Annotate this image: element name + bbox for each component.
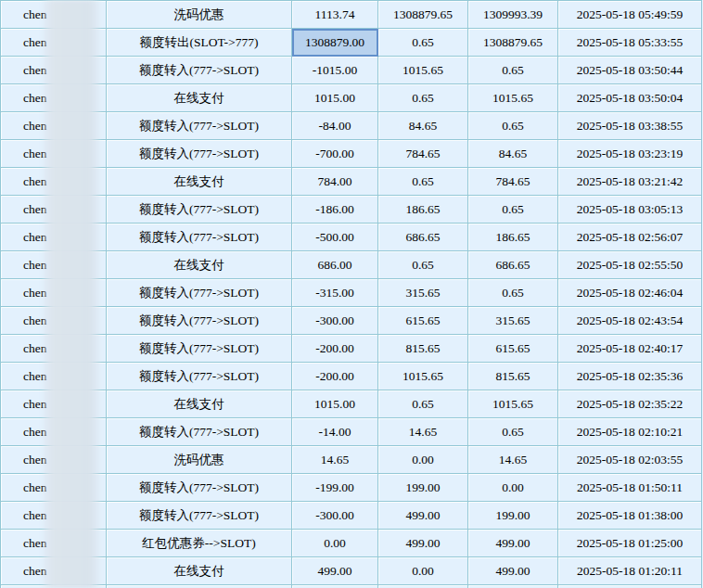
transactions-table: chen洗码优惠1113.741308879.651309993.392025-… bbox=[0, 0, 702, 588]
table-row: chen在线支付499.000.00499.002025-05-18 01:20… bbox=[1, 557, 702, 585]
cell-user: chen bbox=[1, 224, 107, 251]
cell-after: 1308879.65 bbox=[468, 29, 558, 57]
cell-amount: -1015.00 bbox=[292, 57, 378, 84]
cell-amount: -315.00 bbox=[292, 279, 378, 307]
table-row: chen额度转入(777->SLOT)-14.0014.650.652025-0… bbox=[1, 418, 702, 446]
cell-time: 2025-05-18 02:43:54 bbox=[558, 307, 702, 335]
cell-amount: -300.00 bbox=[292, 502, 378, 530]
cell-amount: -186.00 bbox=[292, 196, 378, 224]
selected-cell-amount[interactable]: 1308879.00 bbox=[292, 29, 378, 57]
cell-amount: 14.65 bbox=[292, 446, 378, 474]
cell-user: chen bbox=[1, 57, 107, 84]
cell-user: chen bbox=[1, 502, 107, 530]
cell-before: 686.65 bbox=[378, 224, 468, 251]
cell-type: 在线支付 bbox=[107, 390, 292, 418]
table-row: chen在线支付784.000.65784.652025-05-18 03:21… bbox=[1, 168, 702, 196]
cell-amount: -700.00 bbox=[292, 140, 378, 168]
cell-before: 199.00 bbox=[378, 474, 468, 502]
cell-after: 186.65 bbox=[468, 224, 558, 251]
cell-type: 额度转入(777->SLOT) bbox=[107, 307, 292, 335]
cell-after: 315.65 bbox=[468, 307, 558, 335]
cell-time: 2025-05-18 03:23:19 bbox=[558, 140, 702, 168]
cell-empty bbox=[107, 585, 292, 588]
cell-user: chen bbox=[1, 363, 107, 390]
cell-type: 额度转入(777->SLOT) bbox=[107, 279, 292, 307]
table-row: chen额度转入(777->SLOT)-315.00315.650.652025… bbox=[1, 279, 702, 307]
cell-time: 2025-05-18 05:49:59 bbox=[558, 1, 702, 29]
cell-before: 1015.65 bbox=[378, 57, 468, 84]
cell-before: 14.65 bbox=[378, 418, 468, 446]
cell-after: 499.00 bbox=[468, 557, 558, 585]
cell-user: chen bbox=[1, 557, 107, 585]
cell-amount: 499.00 bbox=[292, 557, 378, 585]
cell-type: 在线支付 bbox=[107, 557, 292, 585]
cell-type: 额度转入(777->SLOT) bbox=[107, 418, 292, 446]
cell-time: 2025-05-18 02:40:17 bbox=[558, 335, 702, 363]
cell-empty bbox=[1, 585, 107, 588]
cell-time: 2025-05-18 01:38:00 bbox=[558, 502, 702, 530]
cell-amount: 784.00 bbox=[292, 168, 378, 196]
table-row: chen额度转出(SLOT->777)1308879.000.651308879… bbox=[1, 29, 702, 57]
cell-before: 784.65 bbox=[378, 140, 468, 168]
table-row: chen额度转入(777->SLOT)-300.00499.00199.0020… bbox=[1, 502, 702, 530]
cell-amount: -84.00 bbox=[292, 112, 378, 140]
table-row: chen额度转入(777->SLOT)-84.0084.650.652025-0… bbox=[1, 112, 702, 140]
cell-user: chen bbox=[1, 140, 107, 168]
table-row: chen在线支付686.000.65686.652025-05-18 02:55… bbox=[1, 251, 702, 279]
cell-time: 2025-05-18 01:20:11 bbox=[558, 557, 702, 585]
cell-type: 洗码优惠 bbox=[107, 446, 292, 474]
cell-time: 2025-05-18 05:33:55 bbox=[558, 29, 702, 57]
cell-before: 0.65 bbox=[378, 168, 468, 196]
table-row: chen在线支付1015.000.651015.652025-05-18 03:… bbox=[1, 84, 702, 112]
cell-type: 在线支付 bbox=[107, 84, 292, 112]
cell-time: 2025-05-18 03:50:44 bbox=[558, 57, 702, 84]
cell-before: 0.00 bbox=[378, 557, 468, 585]
cell-before: 315.65 bbox=[378, 279, 468, 307]
cell-before: 0.65 bbox=[378, 84, 468, 112]
cell-empty bbox=[378, 585, 468, 588]
cell-time: 2025-05-18 02:56:07 bbox=[558, 224, 702, 251]
table-row-partial bbox=[1, 585, 702, 588]
cell-after: 784.65 bbox=[468, 168, 558, 196]
cell-user: chen bbox=[1, 1, 107, 29]
cell-after: 199.00 bbox=[468, 502, 558, 530]
cell-before: 499.00 bbox=[378, 502, 468, 530]
cell-type: 额度转入(777->SLOT) bbox=[107, 502, 292, 530]
cell-user: chen bbox=[1, 418, 107, 446]
table-row: chen额度转入(777->SLOT)-700.00784.6584.65202… bbox=[1, 140, 702, 168]
cell-time: 2025-05-18 01:25:00 bbox=[558, 530, 702, 557]
cell-user: chen bbox=[1, 390, 107, 418]
cell-after: 0.00 bbox=[468, 474, 558, 502]
table-row: chen洗码优惠14.650.0014.652025-05-18 02:03:5… bbox=[1, 446, 702, 474]
cell-user: chen bbox=[1, 196, 107, 224]
cell-before: 0.65 bbox=[378, 251, 468, 279]
cell-before: 0.65 bbox=[378, 29, 468, 57]
cell-amount: 1015.00 bbox=[292, 390, 378, 418]
cell-before: 1308879.65 bbox=[378, 1, 468, 29]
cell-time: 2025-05-18 03:05:13 bbox=[558, 196, 702, 224]
cell-user: chen bbox=[1, 251, 107, 279]
cell-after: 0.65 bbox=[468, 196, 558, 224]
cell-amount: -14.00 bbox=[292, 418, 378, 446]
table-row: chen额度转入(777->SLOT)-1015.001015.650.6520… bbox=[1, 57, 702, 84]
cell-empty bbox=[558, 585, 702, 588]
cell-type: 洗码优惠 bbox=[107, 1, 292, 29]
cell-after: 499.00 bbox=[468, 530, 558, 557]
cell-before: 815.65 bbox=[378, 335, 468, 363]
cell-time: 2025-05-18 03:50:04 bbox=[558, 84, 702, 112]
cell-type: 额度转入(777->SLOT) bbox=[107, 224, 292, 251]
cell-type: 在线支付 bbox=[107, 168, 292, 196]
cell-before: 0.00 bbox=[378, 446, 468, 474]
cell-type: 额度转入(777->SLOT) bbox=[107, 140, 292, 168]
cell-amount: 1113.74 bbox=[292, 1, 378, 29]
cell-amount: -300.00 bbox=[292, 307, 378, 335]
cell-after: 1015.65 bbox=[468, 84, 558, 112]
cell-time: 2025-05-18 02:55:50 bbox=[558, 251, 702, 279]
cell-before: 1015.65 bbox=[378, 363, 468, 390]
table-row: chen额度转入(777->SLOT)-200.00815.65615.6520… bbox=[1, 335, 702, 363]
table-row: chen在线支付1015.000.651015.652025-05-18 02:… bbox=[1, 390, 702, 418]
cell-before: 0.65 bbox=[378, 390, 468, 418]
cell-user: chen bbox=[1, 335, 107, 363]
cell-user: chen bbox=[1, 279, 107, 307]
cell-time: 2025-05-18 02:35:22 bbox=[558, 390, 702, 418]
